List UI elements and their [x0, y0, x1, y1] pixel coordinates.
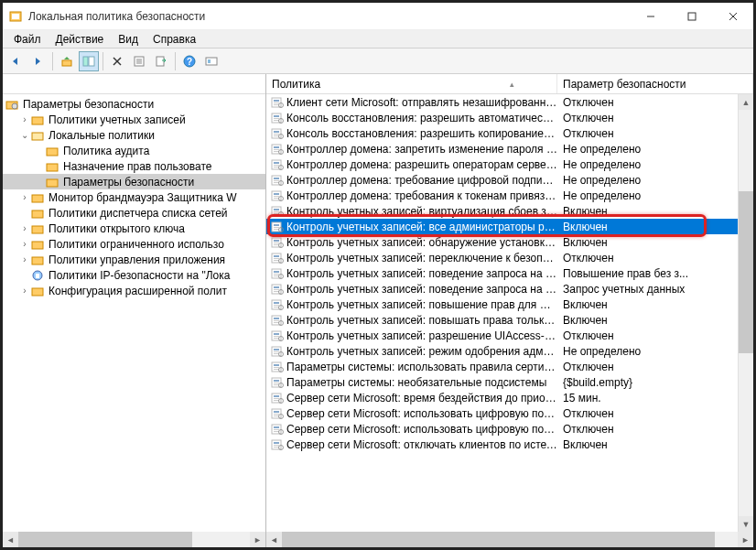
- list-row[interactable]: Сервер сети Microsoft: отключать клиенто…: [266, 437, 753, 452]
- policy-name: Сервер сети Microsoft: время бездействия…: [286, 392, 557, 404]
- svg-rect-31: [32, 257, 43, 264]
- svg-rect-118: [274, 353, 279, 354]
- list-row[interactable]: Контроль учетных записей: разрешение UIA…: [266, 328, 753, 343]
- menu-file[interactable]: Файл: [6, 31, 49, 48]
- policy-value: Включен: [557, 438, 608, 451]
- help-button[interactable]: ?: [179, 51, 200, 71]
- tree-item[interactable]: Политика аудита: [3, 143, 265, 158]
- policy-icon: [268, 299, 286, 310]
- tree-root[interactable]: Параметры безопасности: [3, 96, 265, 112]
- tree-item[interactable]: Политики IP-безопасности на "Лока: [3, 267, 265, 283]
- list-row[interactable]: Контроллер домена: требование цифровой п…: [266, 172, 753, 188]
- window-title: Локальная политика безопасности: [28, 10, 630, 23]
- up-button[interactable]: [57, 51, 77, 71]
- list-row[interactable]: Контроль учетных записей: повышать права…: [266, 312, 753, 328]
- tree-item[interactable]: ›Политики ограниченного использо: [3, 236, 265, 252]
- list-row[interactable]: Контроль учетных записей: обнаружение ус…: [266, 234, 753, 250]
- close-button[interactable]: [712, 3, 753, 29]
- svg-rect-122: [274, 367, 279, 368]
- scroll-left-icon[interactable]: ◄: [266, 532, 282, 547]
- list-row[interactable]: Контроль учетных записей: переключение к…: [266, 250, 753, 265]
- svg-rect-93: [274, 275, 279, 276]
- back-button[interactable]: [6, 51, 27, 71]
- scroll-up-icon[interactable]: ▲: [739, 94, 753, 110]
- policy-list[interactable]: Клиент сети Microsoft: отправлять незаши…: [266, 94, 753, 532]
- list-vscroll[interactable]: ▲ ▼: [738, 94, 753, 532]
- svg-rect-132: [274, 398, 279, 399]
- list-row[interactable]: Консоль восстановления: разрешить копиро…: [266, 125, 753, 141]
- list-row[interactable]: Контроль учетных записей: режим одобрени…: [266, 343, 753, 359]
- folder-open-icon: [30, 129, 45, 142]
- delete-button[interactable]: [107, 51, 127, 71]
- svg-rect-18: [206, 58, 217, 65]
- list-row[interactable]: Контроль учетных записей: все администра…: [266, 219, 753, 234]
- col-policy[interactable]: Политика▴: [266, 74, 557, 93]
- scroll-thumb[interactable]: [282, 532, 715, 547]
- collapse-icon[interactable]: ⌄: [19, 130, 30, 140]
- svg-rect-61: [274, 178, 279, 179]
- tree-item[interactable]: ›Монитор брандмауэра Защитника W: [3, 189, 265, 205]
- svg-rect-146: [274, 442, 279, 444]
- svg-rect-96: [274, 286, 279, 288]
- scroll-right-icon[interactable]: ►: [738, 532, 753, 547]
- policy-value: Отключен: [557, 361, 614, 373]
- policy-name: Контроллер домена: разрешить операторам …: [286, 158, 557, 171]
- svg-rect-72: [274, 211, 279, 212]
- list-row[interactable]: Контроль учетных записей: поведение запр…: [266, 281, 753, 297]
- scroll-thumb[interactable]: [18, 532, 192, 547]
- properties-button[interactable]: [129, 51, 149, 71]
- tree-item[interactable]: Политики диспетчера списка сетей: [3, 205, 265, 221]
- minimize-button[interactable]: [630, 3, 671, 29]
- tree[interactable]: Параметры безопасности ›Политики учетных…: [3, 94, 265, 532]
- list-row[interactable]: Контроллер домена: требования к токенам …: [266, 188, 753, 203]
- tree-item[interactable]: ⌄Локальные политики: [3, 127, 265, 143]
- col-setting[interactable]: Параметр безопасности: [557, 74, 753, 93]
- list-row[interactable]: Консоль восстановления: разрешить автома…: [266, 110, 753, 125]
- menu-action[interactable]: Действие: [49, 31, 112, 48]
- scroll-right-icon[interactable]: ►: [250, 532, 265, 547]
- list-row[interactable]: Контроль учетных записей: виртуализация …: [266, 203, 753, 219]
- extra-button[interactable]: [201, 51, 221, 71]
- maximize-button[interactable]: [671, 3, 712, 29]
- svg-rect-68: [274, 198, 279, 199]
- export-button[interactable]: [151, 51, 171, 71]
- policy-value: Отключен: [557, 112, 614, 124]
- expand-icon[interactable]: ›: [19, 114, 30, 124]
- tree-hscroll[interactable]: ◄ ►: [3, 532, 265, 547]
- folder-icon: [30, 253, 45, 266]
- list-header: Политика▴ Параметр безопасности: [266, 74, 753, 94]
- svg-rect-38: [274, 104, 279, 105]
- tree-item[interactable]: ›Политики учетных записей: [3, 112, 265, 127]
- policy-name: Контроль учетных записей: разрешение UIA…: [286, 329, 557, 342]
- scroll-down-icon[interactable]: ▼: [739, 516, 753, 532]
- policy-value: Включен: [557, 236, 608, 249]
- menu-view[interactable]: Вид: [111, 31, 146, 48]
- svg-rect-27: [32, 195, 43, 202]
- svg-rect-127: [274, 383, 279, 383]
- show-tree-button[interactable]: [79, 51, 99, 71]
- list-row[interactable]: Контроллер домена: запретить изменение п…: [266, 141, 753, 156]
- tree-item[interactable]: ›Политики управления приложения: [3, 252, 265, 267]
- menu-help[interactable]: Справка: [146, 31, 203, 48]
- list-row[interactable]: Контроль учетных записей: повышение прав…: [266, 297, 753, 312]
- list-row[interactable]: Сервер сети Microsoft: использовать цифр…: [266, 421, 753, 437]
- list-row[interactable]: Параметры системы: использовать правила …: [266, 359, 753, 374]
- list-row[interactable]: Сервер сети Microsoft: время бездействия…: [266, 390, 753, 405]
- list-row[interactable]: Сервер сети Microsoft: использовать цифр…: [266, 405, 753, 421]
- list-row[interactable]: Контроллер домена: разрешить операторам …: [266, 156, 753, 172]
- tree-item[interactable]: ›Конфигурация расширенной полит: [3, 283, 265, 298]
- scroll-thumb[interactable]: [739, 191, 753, 354]
- policy-name: Контроль учетных записей: виртуализация …: [286, 205, 557, 218]
- svg-rect-77: [274, 227, 279, 228]
- scroll-left-icon[interactable]: ◄: [3, 532, 18, 547]
- tree-item[interactable]: Назначение прав пользовате: [3, 158, 265, 174]
- list-hscroll[interactable]: ◄ ►: [266, 532, 753, 547]
- list-row[interactable]: Параметры системы: необязательные подсис…: [266, 374, 753, 390]
- list-pane: Политика▴ Параметр безопасности Клиент с…: [266, 74, 753, 547]
- tree-item-selected[interactable]: Параметры безопасности: [3, 174, 265, 189]
- forward-button[interactable]: [28, 51, 49, 71]
- tree-item[interactable]: ›Политики открытого ключа: [3, 221, 265, 236]
- list-row[interactable]: Контроль учетных записей: поведение запр…: [266, 265, 753, 281]
- list-row[interactable]: Клиент сети Microsoft: отправлять незаши…: [266, 94, 753, 110]
- svg-rect-103: [274, 307, 279, 307]
